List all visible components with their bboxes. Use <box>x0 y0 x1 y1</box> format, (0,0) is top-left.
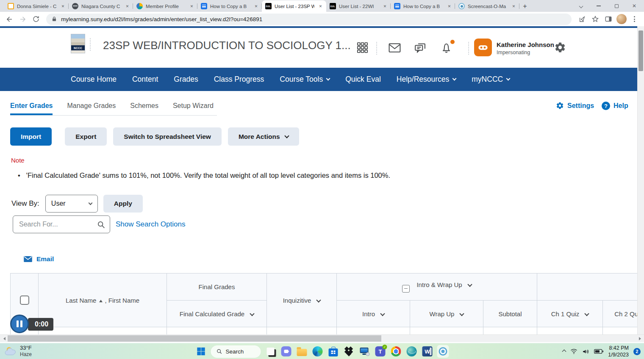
tray-expand-button[interactable] <box>563 350 566 353</box>
word-app[interactable]: W <box>422 345 433 358</box>
settings-button[interactable]: Settings <box>556 102 594 110</box>
taskbar-search[interactable]: Search <box>211 345 261 358</box>
apply-button[interactable]: Apply <box>103 195 143 213</box>
forward-button[interactable] <box>17 13 29 25</box>
teams-app[interactable]: T✓ <box>375 345 386 358</box>
profile-button[interactable] <box>615 13 627 25</box>
scroll-right-arrow[interactable] <box>639 337 643 340</box>
course-title[interactable]: 23SP WEB/INTRODUCTION TO SOCIOLOGY 1... <box>103 39 351 52</box>
search-input[interactable] <box>18 220 97 229</box>
close-icon[interactable]: ✕ <box>317 3 324 9</box>
close-icon[interactable]: ✕ <box>124 3 130 9</box>
browser-tab[interactable]: Niagara County C ✕ <box>69 0 133 12</box>
nav-mynccc[interactable]: myNCCC <box>472 75 510 84</box>
browser-tab[interactable]: Donna Simiele - C ✕ <box>4 0 69 12</box>
view-by-select[interactable]: User <box>45 195 98 213</box>
impersonation-avatar[interactable] <box>474 39 492 56</box>
waffle-menu-button[interactable] <box>356 41 369 54</box>
nccc-logo[interactable]: NCCC <box>71 34 85 53</box>
chat-app[interactable] <box>280 345 292 358</box>
nav-course-home[interactable]: Course Home <box>71 75 117 84</box>
clock[interactable]: 8:42 PM 1/9/2023 <box>608 345 629 359</box>
browser-tab[interactable]: How to Copy a B ✕ <box>391 0 455 12</box>
wrap-up-column-header[interactable]: Wrap Up <box>410 301 483 327</box>
close-icon[interactable]: ✕ <box>60 3 66 9</box>
battery-indicator[interactable] <box>594 349 603 354</box>
nav-course-tools[interactable]: Course Tools <box>280 75 330 84</box>
browser-tab[interactable]: How to Copy a B ✕ <box>197 0 262 12</box>
tab-schemes[interactable]: Schemes <box>130 97 158 115</box>
tab-search-icon[interactable] <box>572 0 590 12</box>
close-icon[interactable]: ✕ <box>511 3 517 9</box>
email-link[interactable]: Email <box>23 255 644 263</box>
address-bar[interactable]: mylearning.suny.edu/d2l/lms/grades/admin… <box>46 14 572 25</box>
tab-setup-wizard[interactable]: Setup Wizard <box>173 97 214 115</box>
intro-wrap-group-header[interactable]: Intro & Wrap Up <box>337 273 537 301</box>
nav-content[interactable]: Content <box>132 75 158 84</box>
close-icon[interactable]: ✕ <box>446 3 452 9</box>
browser-tab-active[interactable]: D2L User List - 23SP W ✕ <box>262 0 326 12</box>
share-button[interactable] <box>576 13 588 25</box>
ch1-quiz-column-header[interactable]: Ch 1 Quiz <box>537 301 603 327</box>
screencast-app[interactable] <box>437 345 449 358</box>
notifications-button[interactable] <box>440 41 453 54</box>
nav-class-progress[interactable]: Class Progress <box>214 75 264 84</box>
file-explorer-app[interactable] <box>296 345 308 358</box>
inquizitive-column-header[interactable]: Inquizitive <box>267 273 337 327</box>
export-button[interactable]: Export <box>65 127 107 146</box>
wifi-indicator[interactable] <box>570 348 577 354</box>
edge-app[interactable] <box>312 345 324 358</box>
browser-tab[interactable]: Screencast-O-Ma ✕ <box>455 0 519 12</box>
close-icon[interactable]: ✕ <box>253 3 259 9</box>
vpn-globe-app[interactable] <box>406 345 418 358</box>
pause-recording-button[interactable] <box>10 315 29 333</box>
import-button[interactable]: Import <box>10 127 52 146</box>
horizontal-scrollbar[interactable] <box>0 334 644 342</box>
show-search-options-link[interactable]: Show Search Options <box>116 220 185 229</box>
horizontal-scroll-thumb[interactable] <box>8 335 381 342</box>
minimize-button[interactable] <box>590 0 608 12</box>
scroll-left-arrow[interactable] <box>2 337 6 340</box>
email-button[interactable] <box>388 42 401 53</box>
chrome-app[interactable] <box>390 345 402 358</box>
intro-column-header[interactable]: Intro <box>337 301 410 327</box>
chat-button[interactable] <box>414 41 427 54</box>
remote-desktop-app[interactable] <box>359 345 371 358</box>
new-tab-button[interactable]: + <box>519 0 530 12</box>
restore-button[interactable] <box>608 0 625 12</box>
close-window-button[interactable]: ✕ <box>625 0 643 12</box>
user-name[interactable]: Katherine Johnson <box>497 41 554 48</box>
volume-indicator[interactable] <box>582 348 589 355</box>
search-icon[interactable] <box>97 220 105 229</box>
start-button[interactable] <box>195 345 207 358</box>
nav-grades[interactable]: Grades <box>174 75 198 84</box>
tab-manage-grades[interactable]: Manage Grades <box>67 97 116 115</box>
browser-tab[interactable]: Member Profile ✕ <box>133 0 197 12</box>
chrome-icon <box>391 346 401 356</box>
dropbox-app[interactable] <box>343 345 355 358</box>
spreadsheet-view-button[interactable]: Switch to Spreadsheet View <box>113 127 222 146</box>
side-panel-button[interactable] <box>602 13 614 25</box>
more-actions-button[interactable]: More Actions <box>228 127 299 146</box>
store-app[interactable] <box>328 345 339 358</box>
vertical-scrollbar[interactable] <box>637 26 644 334</box>
close-icon[interactable]: ✕ <box>382 3 388 9</box>
browser-menu-button[interactable] <box>628 13 641 25</box>
browser-tab[interactable]: D2L User List - 22WI ✕ <box>326 0 391 12</box>
bookmark-button[interactable] <box>589 13 601 25</box>
notification-count-badge[interactable]: 2 <box>633 348 641 355</box>
nav-help-resources[interactable]: Help/Resources <box>397 75 456 84</box>
vertical-scroll-thumb[interactable] <box>638 30 643 71</box>
nav-quick-eval[interactable]: Quick Eval <box>345 75 381 84</box>
select-all-checkbox[interactable] <box>20 295 29 305</box>
weather-widget[interactable]: 33°F Haze <box>4 345 32 358</box>
back-button[interactable] <box>3 13 16 25</box>
tab-enter-grades[interactable]: Enter Grades <box>10 97 53 115</box>
close-icon[interactable]: ✕ <box>189 3 195 9</box>
final-calculated-grade-header[interactable]: Final Calculated Grade <box>167 301 267 327</box>
sticky-notes-app[interactable] <box>265 345 277 358</box>
reload-button[interactable] <box>30 13 42 25</box>
collapse-icon[interactable] <box>402 285 410 293</box>
help-button[interactable]: ? Help <box>602 102 628 110</box>
admin-gear-button[interactable] <box>554 41 566 53</box>
